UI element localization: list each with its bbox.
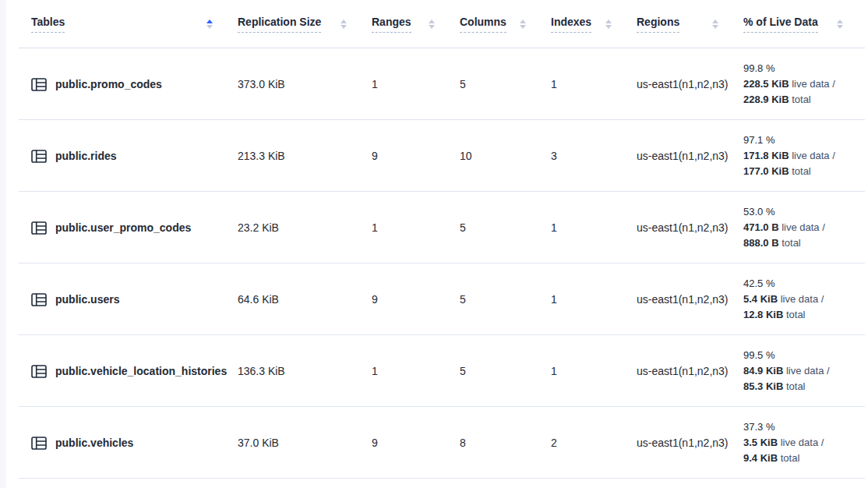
table-grid-icon — [31, 293, 47, 306]
regions-cell: us-east1(n1,n2,n3) — [637, 120, 743, 192]
sort-arrows-icon[interactable] — [520, 19, 526, 29]
table-name-link[interactable]: public.rides — [6, 120, 238, 192]
live-data-percent: 97.1 % — [743, 133, 774, 148]
sort-arrows-icon[interactable] — [712, 19, 718, 29]
regions-cell: us-east1(n1,n2,n3) — [637, 407, 743, 479]
replication-size-cell: 136.3 KiB — [238, 335, 372, 407]
sort-arrows-icon[interactable] — [340, 19, 347, 29]
table-name-link[interactable]: public.user_promo_codes — [6, 192, 238, 263]
indexes-cell: 2 — [551, 407, 637, 479]
total-size-line: 9.4 KiB total — [743, 451, 799, 466]
live-data-percent: 42.5 % — [743, 276, 774, 292]
table-name: public.user_promo_codes — [55, 221, 191, 234]
column-header-live-data[interactable]: % of Live Data — [743, 0, 868, 48]
column-header-ranges[interactable]: Ranges — [372, 0, 460, 48]
regions-cell: us-east1(n1,n2,n3) — [637, 263, 743, 335]
table-grid-icon — [31, 221, 47, 235]
live-data-size-line: 5.4 KiB live data / — [743, 292, 824, 307]
replication-size-cell: 64.6 KiB — [238, 263, 372, 335]
live-data-size-line: 471.0 B live data / — [743, 220, 825, 235]
columns-cell: 5 — [460, 335, 551, 407]
live-data-cell: 99.5 % 84.9 KiB live data / 85.3 KiB tot… — [743, 335, 868, 407]
ranges-cell: 1 — [372, 335, 460, 407]
indexes-cell: 1 — [551, 335, 637, 407]
replication-size-cell: 373.0 KiB — [238, 48, 372, 120]
live-data-percent: 53.0 % — [743, 204, 774, 220]
table-name-link[interactable]: public.vehicle_location_histories — [6, 335, 238, 407]
table-row: public.vehicles 37.0 KiB 9 8 2 us-east1(… — [6, 407, 868, 479]
column-header-label: Ranges — [372, 16, 411, 33]
ranges-cell: 9 — [372, 407, 460, 479]
replication-size-cell: 23.2 KiB — [238, 192, 372, 263]
database-tables-panel: Tables Replication Size Ranges Columns I… — [6, 0, 868, 488]
total-size-line: 177.0 KiB total — [743, 164, 811, 179]
ranges-cell: 9 — [372, 120, 460, 192]
table-name: public.vehicle_location_histories — [55, 365, 227, 377]
column-header-label: Regions — [637, 16, 679, 33]
column-header-label: Replication Size — [238, 16, 321, 33]
sort-arrows-icon[interactable] — [605, 19, 612, 29]
column-header-indexes[interactable]: Indexes — [551, 0, 637, 48]
total-size-line: 12.8 KiB total — [743, 307, 806, 323]
live-data-percent: 99.8 % — [743, 61, 774, 76]
indexes-cell: 3 — [551, 120, 637, 192]
table-row: public.user_promo_codes 23.2 KiB 1 5 1 u… — [6, 192, 868, 263]
column-header-label: Tables — [31, 16, 65, 33]
live-data-size-line: 84.9 KiB live data / — [743, 363, 830, 379]
live-data-cell: 42.5 % 5.4 KiB live data / 12.8 KiB tota… — [743, 263, 868, 335]
columns-cell: 5 — [460, 48, 551, 120]
indexes-cell: 1 — [551, 48, 637, 120]
column-header-columns[interactable]: Columns — [460, 0, 551, 48]
table-name: public.rides — [55, 150, 117, 162]
indexes-cell: 1 — [551, 192, 637, 263]
table-row: public.vehicle_location_histories 136.3 … — [6, 335, 868, 407]
table-name: public.users — [55, 293, 119, 306]
columns-cell: 5 — [460, 263, 551, 335]
table-header-row: Tables Replication Size Ranges Columns I… — [6, 0, 868, 48]
live-data-cell: 53.0 % 471.0 B live data / 888.0 B total — [743, 192, 868, 263]
column-header-label: Indexes — [551, 16, 591, 33]
live-data-size-line: 3.5 KiB live data / — [743, 435, 824, 451]
columns-cell: 8 — [460, 407, 551, 479]
table-grid-icon — [31, 437, 47, 450]
ranges-cell: 1 — [372, 48, 460, 120]
table-row: public.promo_codes 373.0 KiB 1 5 1 us-ea… — [6, 48, 868, 120]
ranges-cell: 9 — [372, 263, 460, 335]
table-name: public.vehicles — [55, 437, 133, 449]
indexes-cell: 1 — [551, 263, 637, 335]
sort-arrows-icon[interactable] — [429, 19, 435, 29]
table-body: public.promo_codes 373.0 KiB 1 5 1 us-ea… — [6, 48, 868, 479]
sort-arrows-icon[interactable] — [837, 19, 843, 29]
live-data-cell: 37.3 % 3.5 KiB live data / 9.4 KiB total — [743, 407, 868, 479]
live-data-size-line: 228.5 KiB live data / — [743, 76, 835, 92]
columns-cell: 5 — [460, 192, 551, 263]
column-header-tables[interactable]: Tables — [6, 0, 238, 48]
regions-cell: us-east1(n1,n2,n3) — [637, 48, 743, 120]
ranges-cell: 1 — [372, 192, 460, 263]
column-header-regions[interactable]: Regions — [637, 0, 743, 48]
table-grid-icon — [31, 365, 47, 378]
live-data-cell: 97.1 % 171.8 KiB live data / 177.0 KiB t… — [743, 120, 868, 192]
total-size-line: 85.3 KiB total — [743, 379, 806, 394]
column-header-label: % of Live Data — [743, 16, 818, 33]
replication-size-cell: 37.0 KiB — [238, 407, 372, 479]
table-name-link[interactable]: public.vehicles — [6, 407, 238, 479]
live-data-percent: 37.3 % — [743, 419, 774, 435]
regions-cell: us-east1(n1,n2,n3) — [637, 192, 743, 263]
column-header-replication-size[interactable]: Replication Size — [238, 0, 372, 48]
total-size-line: 888.0 B total — [743, 235, 801, 251]
live-data-cell: 99.8 % 228.5 KiB live data / 228.9 KiB t… — [743, 48, 868, 120]
regions-cell: us-east1(n1,n2,n3) — [637, 335, 743, 407]
table-name-link[interactable]: public.promo_codes — [6, 48, 238, 120]
columns-cell: 10 — [460, 120, 551, 192]
table-row: public.users 64.6 KiB 9 5 1 us-east1(n1,… — [6, 263, 868, 335]
table-grid-icon — [31, 150, 47, 163]
sort-arrows-icon[interactable] — [206, 19, 213, 29]
total-size-line: 228.9 KiB total — [743, 92, 811, 108]
table-row: public.rides 213.3 KiB 9 10 3 us-east1(n… — [6, 120, 868, 192]
live-data-percent: 99.5 % — [743, 348, 774, 363]
replication-size-cell: 213.3 KiB — [238, 120, 372, 192]
table-name: public.promo_codes — [55, 78, 162, 90]
table-name-link[interactable]: public.users — [6, 263, 238, 335]
column-header-label: Columns — [460, 16, 506, 33]
